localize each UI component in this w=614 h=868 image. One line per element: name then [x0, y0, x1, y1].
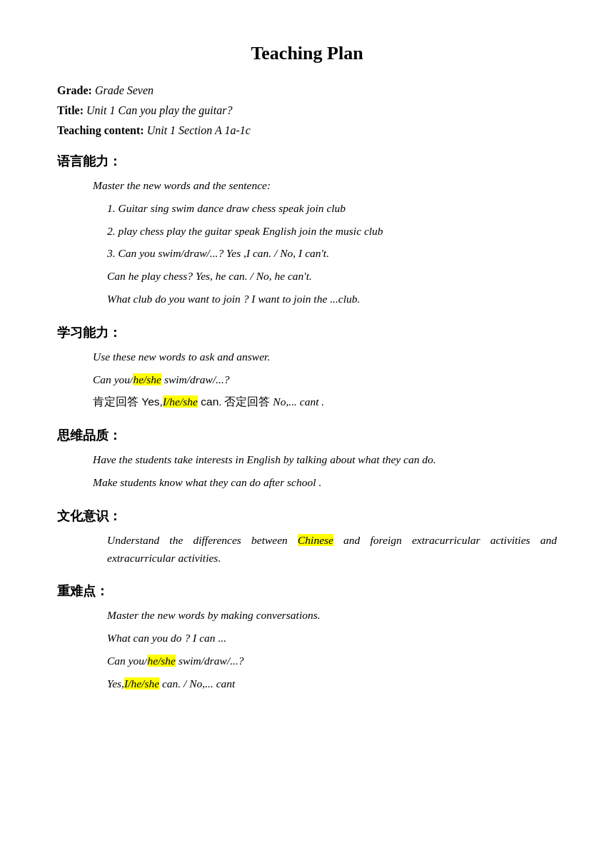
section2-item1: Use these new words to ask and answer. [93, 348, 557, 366]
section1-item4: Can he play chess? Yes, he can. / No, he… [107, 268, 557, 286]
section1-item3: 3. Can you swim/draw/...? Yes ,I can. / … [107, 245, 557, 263]
grade-value-text: Grade Seven [95, 84, 154, 96]
teaching-content-value-text: Unit 1 Section A 1a-1c [147, 124, 251, 136]
section5-body: Master the new words by making conversat… [79, 607, 557, 692]
highlight-iheshe2: I/he/she [124, 677, 159, 690]
section4-item1: Understand the differences between Chine… [107, 532, 557, 567]
section1-body: Master the new words and the sentence: 1… [79, 177, 557, 308]
title-line: Title: Unit 1 Can you play the guitar? [57, 104, 557, 117]
section5-item3: Can you/he/she swim/draw/...? [107, 652, 557, 670]
grade-line: Grade: Grade Seven [57, 84, 557, 97]
section3-heading: 思维品质： [57, 427, 557, 444]
teaching-content-line: Teaching content: Unit 1 Section A 1a-1c [57, 124, 557, 137]
page-title: Teaching Plan [57, 43, 557, 64]
section2-item3: 肯定回答 Yes,I/he/she can. 否定回答 No,... cant … [93, 393, 557, 411]
section2-body: Use these new words to ask and answer. C… [79, 348, 557, 411]
highlight-chinese: Chinese [298, 534, 333, 546]
highlight-hesheshe2: he/she [147, 655, 176, 667]
title-label: Title: [57, 104, 84, 116]
section2-item2: Can you/he/she swim/draw/...? [93, 371, 557, 389]
section2-heading: 学习能力： [57, 324, 557, 341]
section1-intro: Master the new words and the sentence: [93, 177, 557, 195]
section3-body: Have the students take interests in Engl… [79, 451, 557, 492]
section3-item2: Make students know what they can do afte… [93, 474, 557, 492]
title-value-text: Unit 1 Can you play the guitar? [86, 104, 232, 116]
section3-item1: Have the students take interests in Engl… [93, 451, 557, 469]
section5-item2: What can you do ? I can ... [107, 630, 557, 647]
highlight-iheshe1: I/he/she [163, 395, 198, 408]
section4-body: Understand the differences between Chine… [79, 532, 557, 567]
section1-item1: 1. Guitar sing swim dance draw chess spe… [107, 200, 557, 218]
section1-item5: What club do you want to join ? I want t… [107, 291, 557, 308]
section5-item1: Master the new words by making conversat… [107, 607, 557, 625]
section1-item2: 2. play chess play the guitar speak Engl… [107, 223, 557, 241]
grade-label: Grade: [57, 84, 92, 96]
section5-item4: Yes,I/he/she can. / No,... cant [107, 675, 557, 693]
highlight-hesheshe1: he/she [133, 373, 161, 385]
teaching-content-label: Teaching content: [57, 124, 144, 136]
section4-heading: 文化意识： [57, 508, 557, 525]
section5-heading: 重难点： [57, 582, 557, 600]
section1-heading: 语言能力： [57, 153, 557, 170]
